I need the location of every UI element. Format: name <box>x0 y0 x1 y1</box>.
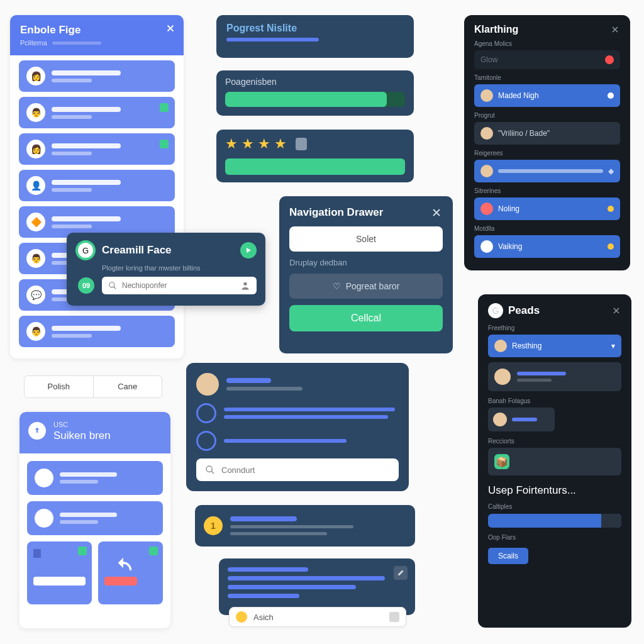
asich-pill[interactable]: Asich <box>229 607 406 627</box>
google-icon: G <box>488 303 503 318</box>
section-label: Motdlla <box>474 225 620 232</box>
noling-field[interactable]: Noling <box>474 197 620 220</box>
card-title: Poagenisben <box>225 77 405 87</box>
section-label: Druplay dedban <box>289 258 443 267</box>
pill-label: Asich <box>253 613 383 622</box>
user-icon[interactable] <box>240 280 250 291</box>
heart-icon: ♡ <box>333 281 341 291</box>
search-input[interactable] <box>122 281 235 290</box>
list-item[interactable] <box>488 362 621 391</box>
list-item[interactable]: 👩 <box>19 60 175 92</box>
list-item[interactable]: 👩 <box>19 133 175 165</box>
tile[interactable] <box>27 541 92 604</box>
solet-button[interactable]: Solet <box>289 226 443 252</box>
list-item[interactable]: 👤 <box>19 170 175 201</box>
glow-field[interactable]: Glow <box>474 50 620 69</box>
tab-polish[interactable]: Polish <box>25 376 94 397</box>
list-item[interactable]: 👨 <box>19 316 175 347</box>
avatar <box>480 203 493 215</box>
avatar: 💬 <box>26 286 45 304</box>
vaiking-field[interactable]: Vaiking <box>474 235 620 258</box>
user-search-card <box>186 363 409 491</box>
avatar <box>493 413 507 426</box>
search-popup: G Creamill Face Plogter loring thar mwst… <box>67 233 265 306</box>
rating-card: ★★★★ <box>216 130 414 182</box>
progress-fill <box>225 158 405 175</box>
section-label: Tamitonle <box>474 74 620 81</box>
progress-card: Poagenisben <box>216 70 414 116</box>
search-field[interactable] <box>196 458 399 481</box>
progress-field[interactable]: ◆ <box>474 160 620 182</box>
select-field[interactable]: Resthing▾ <box>488 335 621 357</box>
close-icon[interactable] <box>430 206 443 219</box>
avatar <box>196 373 219 396</box>
close-icon[interactable] <box>165 23 176 34</box>
avatar <box>480 127 493 140</box>
action-box[interactable] <box>389 612 399 622</box>
circle-icon <box>196 403 216 423</box>
avatar: 👨 <box>26 322 45 341</box>
search-input[interactable] <box>221 465 390 475</box>
progress-bar <box>226 38 319 42</box>
search-field[interactable]: 09 <box>102 277 257 294</box>
avatar: 🔶 <box>26 213 45 231</box>
close-icon[interactable] <box>611 306 621 316</box>
edit-icon[interactable] <box>394 566 408 580</box>
progress-fill <box>225 92 387 107</box>
tile[interactable] <box>98 541 163 604</box>
list-item[interactable] <box>27 461 163 495</box>
star-icon: ★ <box>225 136 238 152</box>
panel-title: Peads <box>508 304 606 317</box>
progress-bar <box>488 514 621 528</box>
status-badge <box>78 547 87 555</box>
section-label: Agena Molics <box>474 40 620 47</box>
usc-panel: USCSuiken bren <box>19 412 170 628</box>
panel-title: Klarthing <box>474 24 518 35</box>
section-title: Usep Foirtenturs... <box>488 484 621 497</box>
svg-point-0 <box>109 282 114 287</box>
section-label: Oop Flars <box>488 534 621 541</box>
star-icon: ★ <box>258 136 270 152</box>
cellcal-button[interactable]: Cellcal <box>289 305 443 331</box>
avatar <box>480 165 493 177</box>
bookmark-icon <box>33 549 41 558</box>
count-badge: 09 <box>78 277 94 294</box>
status-badge <box>160 103 169 112</box>
panel-header: USCSuiken bren <box>19 412 170 453</box>
status-dot <box>605 55 614 64</box>
section-label: Banah Folagus <box>488 397 621 404</box>
section-label: Progrut <box>474 112 620 119</box>
status-dot <box>608 92 614 99</box>
status-badge <box>160 140 169 148</box>
list-item[interactable]: 👨 <box>19 97 175 128</box>
compact-user[interactable] <box>488 408 555 431</box>
quote-field[interactable]: "Vriliino / Bade" <box>474 122 620 145</box>
avatar <box>35 509 53 528</box>
list-item[interactable] <box>27 501 163 535</box>
kicker: USC <box>53 421 111 428</box>
star-rating[interactable]: ★★★★ <box>225 136 405 152</box>
user-field[interactable]: Maded Nigh <box>474 84 620 107</box>
status-badge <box>149 547 158 555</box>
svg-point-1 <box>243 282 247 286</box>
app-icon: G <box>75 240 96 260</box>
section-label: Reigerees <box>474 150 620 157</box>
close-icon[interactable] <box>610 25 620 35</box>
popup-title: Creamill Face <box>102 244 234 257</box>
star-icon: ★ <box>274 136 287 152</box>
panel-header: Enbole Fige Pcliterna <box>10 15 184 55</box>
search-icon <box>108 281 117 290</box>
progress-track <box>225 92 405 107</box>
play-icon[interactable] <box>240 242 257 258</box>
numbered-card[interactable]: 1 <box>195 505 415 547</box>
app-icon: 📦 <box>494 454 509 469</box>
upload-icon[interactable] <box>28 422 46 440</box>
pogreat-button[interactable]: ♡Pogreat baror <box>289 274 443 299</box>
klarthing-panel: Klarthing Agena Molics Glow Tamitonle Ma… <box>464 15 630 270</box>
panel-subtitle: Pcliterna <box>20 39 174 47</box>
list-item[interactable]: 📦 <box>488 448 621 475</box>
tab-cane[interactable]: Cane <box>94 376 162 397</box>
scails-button[interactable]: Scails <box>488 548 528 564</box>
number-badge: 1 <box>204 516 223 535</box>
chevron-down-icon: ▾ <box>611 341 615 350</box>
